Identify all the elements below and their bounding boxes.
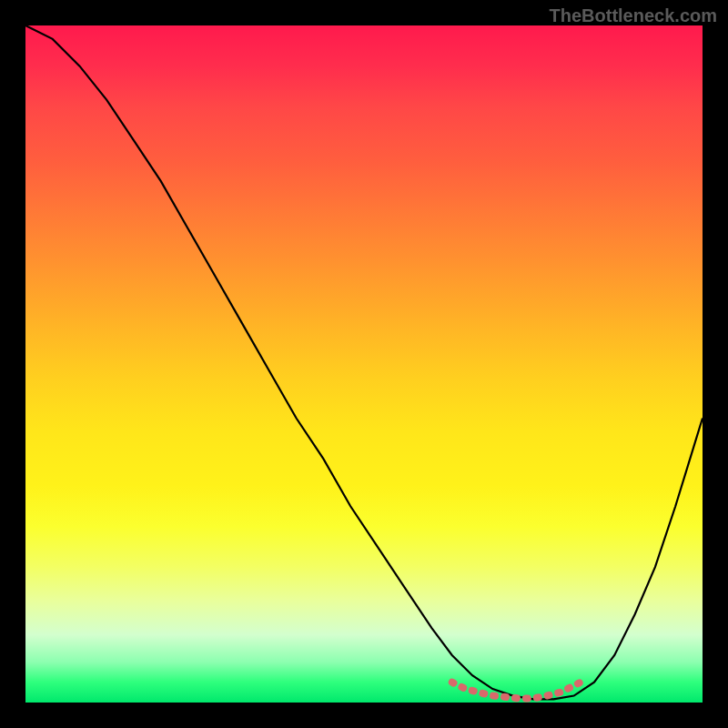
optimal-marker [452,682,581,699]
bottleneck-curve [25,25,703,699]
curve-svg [25,25,703,703]
chart-container: TheBottleneck.com [0,0,728,728]
plot-area [25,25,703,703]
watermark-text: TheBottleneck.com [550,5,717,26]
